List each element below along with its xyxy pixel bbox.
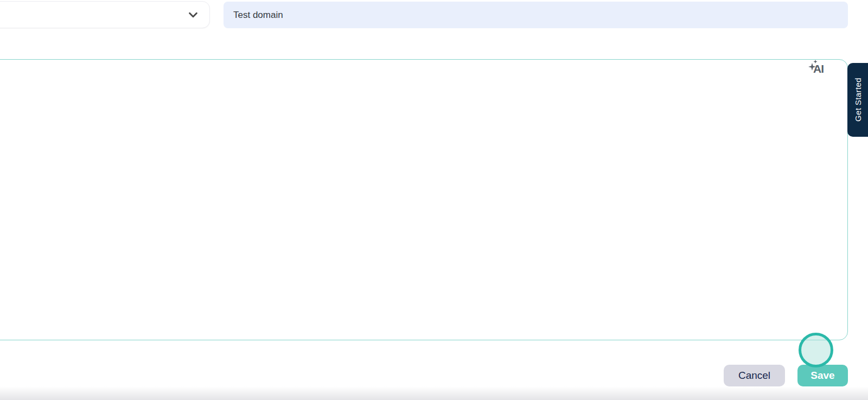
ai-generate-icon[interactable]: AI xyxy=(808,60,830,78)
bottom-fade xyxy=(0,386,868,400)
description-textarea[interactable] xyxy=(0,59,848,340)
domain-input[interactable] xyxy=(224,2,848,28)
page: AI Get Started Cancel Save xyxy=(0,0,868,400)
category-dropdown[interactable] xyxy=(0,1,210,28)
save-button[interactable]: Save xyxy=(797,365,848,386)
get-started-tab-label: Get Started xyxy=(853,78,863,122)
ai-icon-label: AI xyxy=(813,62,824,75)
chevron-down-icon xyxy=(187,8,200,21)
cancel-button[interactable]: Cancel xyxy=(724,365,785,386)
get-started-tab[interactable]: Get Started xyxy=(847,63,868,137)
